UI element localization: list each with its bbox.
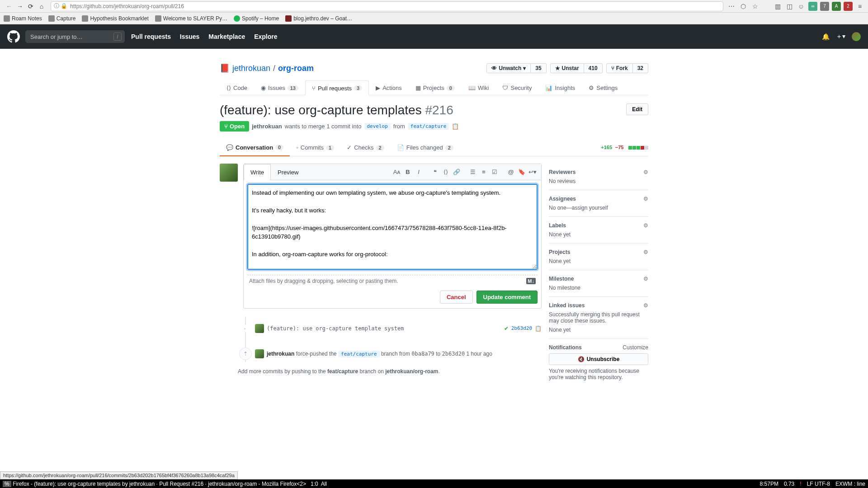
- bookmark-item[interactable]: blog.jethro.dev – Goat…: [285, 15, 352, 22]
- sidebar-projects: Projects⚙ None yet: [549, 244, 648, 270]
- task-list-icon[interactable]: ☑: [490, 167, 500, 177]
- pr-author[interactable]: jethrokuan: [252, 123, 282, 130]
- gear-icon[interactable]: ⚙: [643, 249, 648, 255]
- user-avatar[interactable]: [220, 164, 238, 182]
- nav-pull-requests[interactable]: Pull requests: [131, 33, 171, 40]
- commit-message[interactable]: (feature): use org-capture template syst…: [267, 325, 404, 332]
- gear-icon[interactable]: ⚙: [643, 169, 648, 175]
- issue-icon: ◉: [261, 84, 266, 91]
- check-success-icon[interactable]: ✔: [504, 325, 509, 332]
- bookmark-item[interactable]: Hypothesis Bookmarklet: [82, 15, 148, 22]
- markdown-icon[interactable]: M↓: [526, 278, 536, 284]
- nav-marketplace[interactable]: Marketplace: [208, 33, 245, 40]
- star-count[interactable]: 410: [584, 63, 603, 73]
- mention-icon[interactable]: @: [506, 167, 516, 177]
- tab-conversation[interactable]: 💬Conversation0: [220, 140, 290, 156]
- nav-issues[interactable]: Issues: [180, 33, 200, 40]
- bookmark-item[interactable]: Welcome to SLAYER Py…: [155, 15, 227, 22]
- base-branch[interactable]: develop: [364, 123, 391, 130]
- gear-icon[interactable]: ⚙: [643, 196, 648, 202]
- watch-button[interactable]: 👁 Unwatch ▾: [486, 63, 531, 73]
- library-icon[interactable]: ▥: [773, 2, 782, 11]
- tab-pull-requests[interactable]: ⑂Pull requests3: [305, 80, 369, 95]
- push-author-avatar[interactable]: [255, 349, 264, 358]
- bookmark-item[interactable]: Roam Notes: [4, 15, 42, 22]
- account-icon[interactable]: ☺: [797, 2, 806, 11]
- push-author[interactable]: jethrokuan: [267, 351, 294, 357]
- reload-button[interactable]: ⟳: [25, 1, 36, 12]
- edit-button[interactable]: Edit: [626, 103, 648, 115]
- watch-count[interactable]: 35: [531, 63, 546, 73]
- ul-icon[interactable]: ☰: [468, 167, 478, 177]
- saved-reply-icon[interactable]: 🔖: [517, 167, 527, 177]
- customize-link[interactable]: Customize: [623, 344, 648, 351]
- code-icon[interactable]: ⟨⟩: [441, 167, 451, 177]
- bookmark-star-icon[interactable]: ☆: [750, 2, 760, 11]
- commit-hash-link[interactable]: 2b63d20: [511, 325, 532, 331]
- tab-files-changed[interactable]: 📄Files changed2: [391, 140, 460, 155]
- watch-button-group: 👁 Unwatch ▾ 35: [486, 63, 546, 73]
- comment-textarea[interactable]: [247, 184, 538, 270]
- reply-icon[interactable]: ↩▾: [528, 167, 538, 177]
- link-icon[interactable]: 🔗: [452, 167, 462, 177]
- back-button[interactable]: ←: [4, 1, 14, 12]
- nav-explore[interactable]: Explore: [254, 33, 277, 40]
- copy-icon[interactable]: 📋: [452, 123, 459, 130]
- search-input[interactable]: Search or jump to… /: [25, 30, 125, 43]
- tab-projects[interactable]: ▦Projects0: [409, 80, 462, 95]
- tab-checks[interactable]: ✓Checks2: [340, 140, 390, 155]
- slash-key-icon: /: [113, 33, 122, 41]
- ext-icon-2[interactable]: 7: [820, 2, 829, 11]
- user-avatar[interactable]: [852, 32, 861, 41]
- gear-icon[interactable]: ⚙: [643, 276, 648, 282]
- pocket-icon[interactable]: ⬡: [739, 2, 748, 11]
- graph-icon: 📊: [545, 84, 552, 91]
- url-bar[interactable]: ⓘ 🔒 https://github.com/jethrokuan/org-ro…: [51, 1, 723, 11]
- write-tab[interactable]: Write: [244, 164, 271, 180]
- clipboard-icon[interactable]: 📋: [535, 325, 542, 332]
- forward-button[interactable]: →: [14, 1, 25, 12]
- home-button[interactable]: ⌂: [36, 1, 47, 12]
- github-logo-icon[interactable]: [7, 30, 20, 43]
- ext-icon-1[interactable]: ∞: [808, 2, 817, 11]
- gear-icon[interactable]: ⚙: [643, 222, 648, 229]
- ol-icon[interactable]: ≡: [479, 167, 489, 177]
- tab-issues[interactable]: ◉Issues13: [254, 80, 305, 95]
- tab-insights[interactable]: 📊Insights: [538, 80, 582, 95]
- cancel-button[interactable]: Cancel: [440, 291, 473, 304]
- assign-yourself-link[interactable]: assign yourself: [572, 205, 608, 211]
- preview-tab[interactable]: Preview: [271, 164, 305, 180]
- github-header: Search or jump to… / Pull requests Issue…: [0, 24, 868, 49]
- tab-settings[interactable]: ⚙Settings: [582, 80, 624, 95]
- commit-author-avatar[interactable]: [255, 324, 264, 333]
- update-comment-button[interactable]: Update comment: [476, 291, 538, 304]
- repo-name-link[interactable]: org-roam: [278, 64, 314, 73]
- tab-code[interactable]: ⟨⟩Code: [220, 80, 254, 95]
- pr-meta: ⑂Open jethrokuan wants to merge 1 commit…: [220, 121, 648, 131]
- tab-commits[interactable]: ◦Commits1: [290, 140, 340, 155]
- repo-owner-link[interactable]: jethrokuan: [232, 64, 270, 73]
- heading-icon[interactable]: Aᴀ: [392, 167, 402, 177]
- italic-icon[interactable]: I: [414, 167, 424, 177]
- ext-icon-4[interactable]: 2: [844, 2, 853, 11]
- create-new-icon[interactable]: ＋▾: [836, 33, 845, 41]
- tab-actions[interactable]: ▶Actions: [369, 80, 409, 95]
- attach-hint[interactable]: Attach files by dragging & dropping, sel…: [247, 275, 538, 287]
- page-actions-icon[interactable]: ⋯: [727, 2, 736, 11]
- fork-button[interactable]: ⑂ Fork: [606, 63, 633, 73]
- star-button[interactable]: ★ Unstar: [550, 63, 584, 73]
- bookmark-item[interactable]: Spotify – Home: [234, 15, 279, 22]
- ext-icon-3[interactable]: A: [832, 2, 841, 11]
- quote-icon[interactable]: ❝: [430, 167, 440, 177]
- menu-icon[interactable]: ≡: [855, 2, 864, 11]
- gear-icon[interactable]: ⚙: [643, 302, 648, 309]
- fork-count[interactable]: 32: [633, 63, 648, 73]
- tab-wiki[interactable]: 📖Wiki: [462, 80, 496, 95]
- bold-icon[interactable]: B: [403, 167, 413, 177]
- unsubscribe-button[interactable]: 🔇Unsubscribe: [549, 353, 648, 365]
- tab-security[interactable]: 🛡Security: [495, 80, 538, 95]
- head-branch[interactable]: feat/capture: [408, 123, 449, 130]
- notifications-icon[interactable]: 🔔: [822, 33, 830, 40]
- bookmark-item[interactable]: Capture: [48, 15, 76, 22]
- sidebar-icon[interactable]: ◫: [785, 2, 794, 11]
